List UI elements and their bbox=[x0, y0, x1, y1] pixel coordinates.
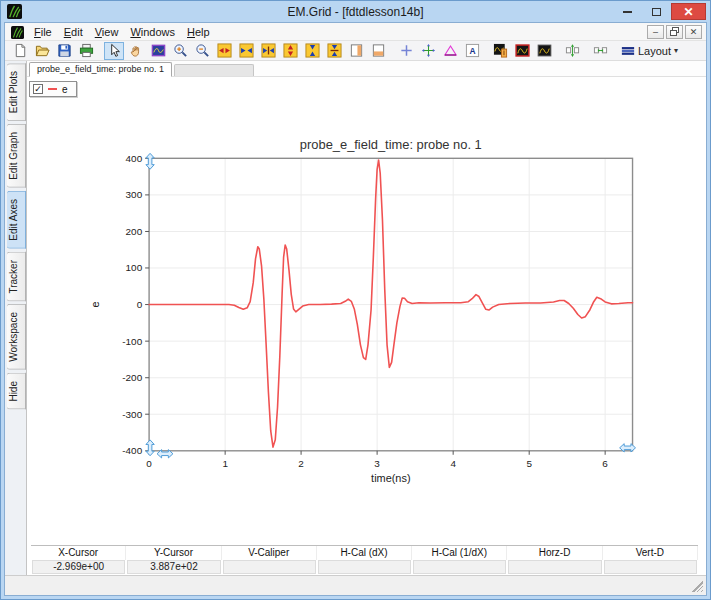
text-annotation-icon[interactable]: A bbox=[462, 42, 482, 60]
tick-label-x: 0 bbox=[146, 458, 152, 469]
save-icon[interactable] bbox=[54, 42, 74, 60]
plot-export-icon[interactable] bbox=[490, 42, 510, 60]
series-line-e bbox=[149, 160, 632, 447]
legend-line-sample bbox=[48, 88, 57, 90]
mdi-restore-button[interactable] bbox=[666, 25, 683, 39]
menu-windows[interactable]: Windows bbox=[124, 25, 181, 39]
main-area: Edit PlotsEdit GraphEdit AxesTrackerWork… bbox=[5, 61, 706, 575]
sidebar-tab-tracker[interactable]: Tracker bbox=[7, 252, 26, 302]
statusbar bbox=[5, 575, 706, 595]
mdi-close-button[interactable]: ✕ bbox=[685, 25, 702, 39]
sidebar-tab-edit-plots[interactable]: Edit Plots bbox=[7, 63, 26, 121]
fit-x-axis-icon[interactable] bbox=[258, 42, 278, 60]
zoom-in-icon[interactable] bbox=[170, 42, 190, 60]
shrink-x-axis-icon[interactable] bbox=[236, 42, 256, 60]
legend-checkbox[interactable]: ✓ bbox=[33, 84, 43, 94]
sidebar-tab-edit-axes[interactable]: Edit Axes bbox=[7, 191, 26, 249]
document-area: probe_e_field_time: probe no. 1 0123456-… bbox=[26, 61, 706, 575]
document-tab[interactable]: probe_e_field_time: probe no. 1 bbox=[29, 62, 172, 77]
menu-help[interactable]: Help bbox=[181, 25, 216, 39]
tick-label-y: -300 bbox=[122, 409, 142, 420]
plot-style-red-icon[interactable] bbox=[512, 42, 532, 60]
axis-handle-vertical[interactable] bbox=[146, 440, 154, 456]
readout-header: V-Caliper bbox=[222, 546, 317, 560]
plot-canvas[interactable]: 0123456-400-300-200-1000100200300400prob… bbox=[27, 77, 706, 545]
tick-label-y: 200 bbox=[126, 226, 143, 237]
pointer-select-icon[interactable] bbox=[104, 42, 124, 60]
horizontal-distribute-icon[interactable] bbox=[590, 42, 610, 60]
readout-header: X-Cursor bbox=[31, 546, 126, 560]
tick-label-y: 400 bbox=[126, 153, 143, 164]
plot-legend: ✓e bbox=[29, 81, 77, 97]
cursor-readout: X-CursorY-CursorV-CaliperH-Cal (dX)H-Cal… bbox=[27, 545, 706, 575]
tick-label-x: 5 bbox=[526, 458, 532, 469]
app-frame: FileEditViewWindowsHelp –✕ ALayout▾ Edit… bbox=[4, 22, 707, 596]
readout-header: Y-Cursor bbox=[126, 546, 221, 560]
readout-header: Vert-D bbox=[603, 546, 698, 560]
zoom-window-icon[interactable] bbox=[148, 42, 168, 60]
page-band-icon[interactable] bbox=[368, 42, 388, 60]
readout-value bbox=[318, 560, 411, 574]
chart-title: probe_e_field_time: probe no. 1 bbox=[300, 137, 482, 152]
window-controls: ✕ bbox=[613, 3, 706, 20]
shrink-y-axis-icon[interactable] bbox=[302, 42, 322, 60]
mdi-minimize-button[interactable]: – bbox=[647, 25, 664, 39]
readout-value bbox=[413, 560, 506, 574]
tick-label-y: -400 bbox=[122, 445, 142, 456]
menu-view[interactable]: View bbox=[89, 25, 125, 39]
pan-hand-icon[interactable] bbox=[126, 42, 146, 60]
tick-label-x: 6 bbox=[602, 458, 608, 469]
tick-label-x: 4 bbox=[450, 458, 456, 469]
sidebar-tab-hide[interactable]: Hide bbox=[7, 373, 26, 410]
readout-value bbox=[604, 560, 697, 574]
maximize-button[interactable] bbox=[642, 3, 671, 20]
resize-grip[interactable] bbox=[692, 581, 703, 592]
page-column-icon[interactable] bbox=[346, 42, 366, 60]
readout-header: Horz-D bbox=[507, 546, 602, 560]
menu-items: FileEditViewWindowsHelp bbox=[28, 25, 216, 39]
document-icon bbox=[11, 25, 24, 38]
axes-tracker-icon[interactable] bbox=[418, 42, 438, 60]
titlebar: EM.Grid - [fdtdlesson14b] ✕ bbox=[1, 1, 710, 22]
tick-label-x: 3 bbox=[374, 458, 380, 469]
new-file-icon[interactable] bbox=[10, 42, 30, 60]
sidebar-tab-edit-graph[interactable]: Edit Graph bbox=[7, 124, 26, 188]
plot-region: 0123456-400-300-200-1000100200300400prob… bbox=[27, 77, 706, 545]
readout-value bbox=[223, 560, 316, 574]
expand-y-axis-icon[interactable] bbox=[280, 42, 300, 60]
tick-label-y: -100 bbox=[122, 336, 142, 347]
tick-label-y: 0 bbox=[137, 299, 143, 310]
tick-label-y: 300 bbox=[126, 189, 143, 200]
cursor-cross-icon[interactable] bbox=[396, 42, 416, 60]
cursor-readout-table: X-CursorY-CursorV-CaliperH-Cal (dX)H-Cal… bbox=[31, 545, 698, 574]
open-file-icon[interactable] bbox=[32, 42, 52, 60]
app-window: EM.Grid - [fdtdlesson14b] ✕ FileEditView… bbox=[0, 0, 711, 600]
axis-handle-vertical[interactable] bbox=[146, 153, 154, 169]
tick-label-x: 2 bbox=[298, 458, 304, 469]
menubar: FileEditViewWindowsHelp –✕ bbox=[5, 23, 706, 41]
zoom-out-icon[interactable] bbox=[192, 42, 212, 60]
print-icon[interactable] bbox=[76, 42, 96, 60]
legend-label: e bbox=[62, 84, 68, 95]
readout-value: 3.887e+02 bbox=[127, 560, 220, 574]
readout-value bbox=[508, 560, 601, 574]
readout-header: H-Cal (1/dX) bbox=[412, 546, 507, 560]
minimize-button[interactable] bbox=[613, 3, 642, 20]
caliper-triangle-icon[interactable] bbox=[440, 42, 460, 60]
layout-button[interactable]: Layout▾ bbox=[617, 42, 682, 60]
vertical-distribute-icon[interactable] bbox=[562, 42, 582, 60]
expand-x-axis-icon[interactable] bbox=[214, 42, 234, 60]
close-button[interactable]: ✕ bbox=[671, 3, 706, 20]
sidebar-tab-workspace[interactable]: Workspace bbox=[7, 304, 26, 370]
mdi-window-controls: –✕ bbox=[647, 25, 704, 39]
document-tab-empty bbox=[174, 64, 254, 76]
menu-edit[interactable]: Edit bbox=[58, 25, 89, 39]
tick-label-y: -200 bbox=[122, 372, 142, 383]
readout-header: H-Cal (dX) bbox=[317, 546, 412, 560]
tick-label-y: 100 bbox=[126, 262, 143, 273]
sidebar-tab-strip: Edit PlotsEdit GraphEdit AxesTrackerWork… bbox=[5, 61, 26, 575]
readout-value: -2.969e+00 bbox=[32, 560, 125, 574]
plot-style-icon[interactable] bbox=[534, 42, 554, 60]
menu-file[interactable]: File bbox=[28, 25, 58, 39]
fit-y-axis-icon[interactable] bbox=[324, 42, 344, 60]
